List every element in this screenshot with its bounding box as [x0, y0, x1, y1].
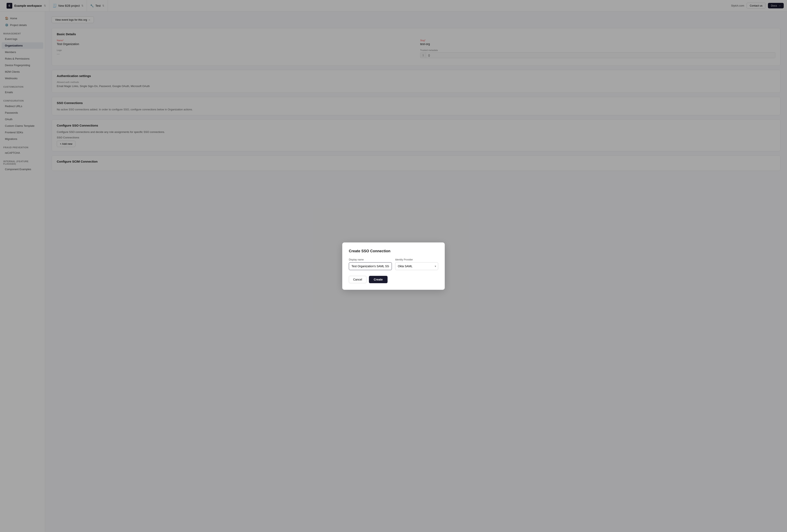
modal-fields: Display name Identity Provider Okta SAML…	[349, 258, 438, 270]
modal-overlay: Create SSO Connection Display name Ident…	[0, 0, 787, 532]
identity-provider-select-wrap: Okta SAML Azure AD SAML Google SAML Gene…	[395, 262, 438, 270]
modal-title: Create SSO Connection	[349, 249, 438, 253]
display-name-input[interactable]	[349, 262, 392, 270]
cancel-button[interactable]: Cancel	[349, 276, 366, 283]
modal-display-name-label: Display name	[349, 258, 392, 261]
create-button[interactable]: Create	[369, 276, 388, 283]
modal-display-name-field: Display name	[349, 258, 392, 270]
modal-identity-provider-label: Identity Provider	[395, 258, 438, 261]
create-sso-modal: Create SSO Connection Display name Ident…	[342, 242, 445, 290]
modal-identity-provider-field: Identity Provider Okta SAML Azure AD SAM…	[395, 258, 438, 270]
identity-provider-select[interactable]: Okta SAML Azure AD SAML Google SAML Gene…	[395, 262, 438, 270]
modal-actions: Cancel Create	[349, 276, 438, 283]
